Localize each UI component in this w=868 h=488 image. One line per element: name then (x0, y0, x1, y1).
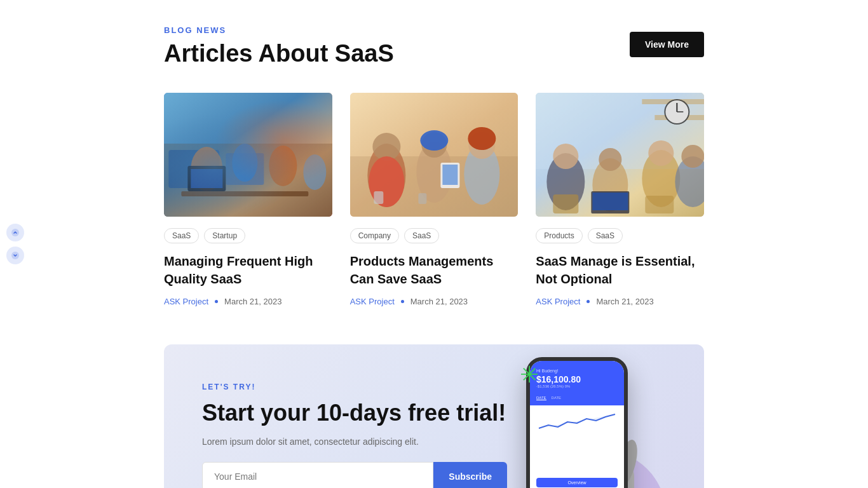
article-title-2: Products Managements Can Save SaaS (350, 252, 519, 288)
tag-products: Products (536, 228, 582, 243)
side-nav-arrow-up[interactable] (6, 224, 24, 241)
svg-rect-12 (191, 169, 222, 188)
phone-overview-btn: Overview (536, 478, 618, 487)
svg-rect-41 (593, 193, 628, 210)
svg-point-39 (599, 148, 622, 171)
svg-rect-27 (418, 193, 426, 204)
article-tags-3: Products SaaS (536, 228, 704, 243)
meta-separator-2 (401, 300, 404, 303)
blog-title: Articles About SaaS (164, 40, 394, 67)
svg-rect-26 (374, 191, 383, 204)
tag-startup: Startup (204, 228, 245, 243)
subscribe-button[interactable]: Subscribe (433, 462, 507, 488)
asterisk-top-icon: ✳ (520, 363, 539, 386)
article-card-3: Products SaaS SaaS Manage is Essential, … (536, 93, 704, 306)
tag-saas-3: SaaS (588, 228, 623, 243)
cta-section: ✳ ✳ LET'S TRY! Start your 10-days free t… (164, 344, 704, 488)
svg-point-45 (682, 145, 704, 168)
cta-description: Lorem ipsum dolor sit amet, consectetur … (202, 437, 507, 447)
blog-header-text: BLOG NEWS Articles About SaaS (164, 25, 394, 67)
blog-section: BLOG NEWS Articles About SaaS View More (0, 0, 868, 344)
date-3: March 21, 2023 (596, 297, 653, 306)
cta-label: LET'S TRY! (202, 383, 507, 391)
phone-greeting: Hi Budeng! (536, 369, 618, 373)
author-1: ASK Project (164, 297, 208, 306)
article-card-1: SaaS Startup Managing Frequent High Qual… (164, 93, 332, 306)
side-nav-arrow-down[interactable] (6, 247, 24, 264)
article-meta-1: ASK Project March 21, 2023 (164, 297, 332, 306)
phone-header: Hi Budeng! $16,100.80 -$1,536 (26.5%) 0% (530, 361, 624, 393)
phone-balance: $16,100.80 (536, 374, 618, 384)
svg-point-23 (468, 127, 496, 150)
office-modern-image (536, 93, 704, 217)
author-3: ASK Project (536, 297, 580, 306)
phone-tabs: DATE DATE (530, 393, 624, 405)
svg-rect-2 (164, 93, 332, 217)
cta-content: LET'S TRY! Start your 10-days free trial… (202, 383, 507, 488)
cta-title: Start your 10-days free trial! (202, 399, 507, 426)
svg-point-9 (303, 154, 326, 190)
article-card-2: Company SaaS Products Managements Can Sa… (350, 93, 519, 306)
meta-separator-3 (587, 300, 590, 303)
date-1: March 21, 2023 (224, 297, 281, 306)
phone-mockup: Hi Budeng! $16,100.80 -$1,536 (26.5%) 0%… (526, 357, 628, 488)
blog-header: BLOG NEWS Articles About SaaS View More (164, 25, 704, 67)
phone-screen: Hi Budeng! $16,100.80 -$1,536 (26.5%) 0%… (530, 361, 624, 488)
meta-separator-1 (215, 300, 218, 303)
svg-point-6 (191, 147, 222, 191)
author-2: ASK Project (350, 297, 395, 306)
svg-rect-47 (646, 196, 674, 214)
view-more-button[interactable]: View More (630, 32, 704, 57)
svg-point-8 (269, 146, 297, 186)
svg-rect-10 (181, 191, 308, 196)
email-input[interactable] (202, 462, 433, 488)
tag-saas-2: SaaS (404, 228, 439, 243)
phone-tab-date1: DATE (536, 396, 546, 400)
svg-point-7 (232, 144, 257, 182)
article-title-1: Managing Frequent High Quality SaaS (164, 252, 332, 288)
svg-point-43 (649, 140, 674, 166)
women-team-image (350, 93, 519, 217)
svg-rect-25 (442, 165, 458, 185)
article-tags-2: Company SaaS (350, 228, 519, 243)
svg-rect-4 (168, 150, 219, 188)
cta-form: Subscribe (202, 462, 507, 488)
date-2: March 21, 2023 (410, 297, 468, 306)
article-title-3: SaaS Manage is Essential, Not Optional (536, 252, 704, 288)
tag-company: Company (350, 228, 399, 243)
articles-grid: SaaS Startup Managing Frequent High Qual… (164, 93, 704, 306)
phone-chart (530, 405, 624, 478)
article-tags-1: SaaS Startup (164, 228, 332, 243)
svg-rect-11 (187, 166, 226, 191)
article-meta-3: ASK Project March 21, 2023 (536, 297, 704, 306)
side-navigation (6, 224, 24, 264)
blog-label: BLOG NEWS (164, 25, 394, 35)
phone-change: -$1,536 (26.5%) 0% (536, 384, 618, 388)
office-team-image (164, 93, 332, 217)
phone-tab-date2: DATE (552, 396, 562, 400)
tag-saas-1: SaaS (164, 228, 199, 243)
svg-point-20 (420, 130, 448, 151)
article-meta-2: ASK Project March 21, 2023 (350, 297, 519, 306)
svg-rect-46 (553, 194, 579, 214)
svg-point-37 (553, 144, 579, 169)
svg-rect-5 (226, 153, 264, 185)
svg-rect-3 (164, 144, 332, 217)
